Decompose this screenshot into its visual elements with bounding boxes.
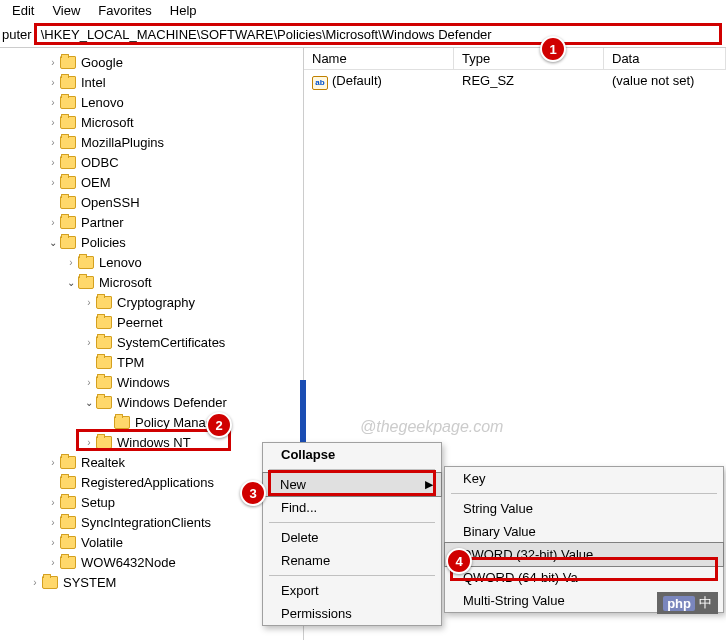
folder-icon (60, 216, 76, 229)
ctx-find[interactable]: Find... (263, 496, 441, 519)
tree-item[interactable]: ⌄Windows Defender (0, 392, 303, 412)
folder-icon (96, 296, 112, 309)
tree-item[interactable]: ›SystemCertificates (0, 332, 303, 352)
watermark: @thegeekpage.com (360, 418, 503, 436)
tree-label: Windows NT (117, 435, 191, 450)
ctx-new-string[interactable]: String Value (445, 497, 723, 520)
tree-item[interactable]: ›Windows NT (0, 432, 303, 452)
chevron-right-icon[interactable]: › (64, 257, 78, 268)
chevron-right-icon[interactable]: › (28, 577, 42, 588)
chevron-down-icon[interactable]: ⌄ (82, 397, 96, 408)
tree-label: RegisteredApplications (81, 475, 214, 490)
registry-tree[interactable]: ›Google›Intel›Lenovo›Microsoft›MozillaPl… (0, 48, 304, 640)
ctx-permissions[interactable]: Permissions (263, 602, 441, 625)
folder-icon (60, 96, 76, 109)
tree-label: TPM (117, 355, 144, 370)
chevron-right-icon[interactable]: › (46, 537, 60, 548)
folder-icon (60, 496, 76, 509)
ctx-new-key[interactable]: Key (445, 467, 723, 490)
ctx-sep (269, 469, 435, 470)
menu-edit[interactable]: Edit (12, 3, 34, 18)
tree-item[interactable]: ›Realtek (0, 452, 303, 472)
tree-label: Windows Defender (117, 395, 227, 410)
tree-item[interactable]: ›Intel (0, 72, 303, 92)
chevron-right-icon[interactable]: › (82, 437, 96, 448)
tree-label: Google (81, 55, 123, 70)
callout-badge-3: 3 (240, 480, 266, 506)
tree-item[interactable]: ›Google (0, 52, 303, 72)
address-input[interactable]: \HKEY_LOCAL_MACHINE\SOFTWARE\Policies\Mi… (34, 23, 722, 45)
chevron-right-icon[interactable]: › (46, 177, 60, 188)
chevron-right-icon[interactable]: › (46, 117, 60, 128)
folder-icon (60, 476, 76, 489)
chevron-right-icon[interactable]: › (46, 97, 60, 108)
tree-item[interactable]: Peernet (0, 312, 303, 332)
tree-item[interactable]: OpenSSH (0, 192, 303, 212)
chevron-right-icon[interactable]: › (82, 377, 96, 388)
tree-item[interactable]: ›SyncIntegrationClients (0, 512, 303, 532)
ctx-rename[interactable]: Rename (263, 549, 441, 572)
tree-item[interactable]: ⌄Microsoft (0, 272, 303, 292)
tree-label: Intel (81, 75, 106, 90)
col-data[interactable]: Data (604, 48, 726, 69)
tree-item[interactable]: ›Volatile (0, 532, 303, 552)
ctx-export[interactable]: Export (263, 579, 441, 602)
tree-item[interactable]: ›Windows (0, 372, 303, 392)
tree-item[interactable]: Policy Manager (0, 412, 303, 432)
folder-icon (60, 456, 76, 469)
menu-favorites[interactable]: Favorites (98, 3, 151, 18)
col-name[interactable]: Name (304, 48, 454, 69)
chevron-down-icon[interactable]: ⌄ (64, 277, 78, 288)
ctx-new-binary[interactable]: Binary Value (445, 520, 723, 543)
tree-label: Lenovo (81, 95, 124, 110)
tree-item[interactable]: ›MozillaPlugins (0, 132, 303, 152)
tree-item[interactable]: TPM (0, 352, 303, 372)
tree-label: MozillaPlugins (81, 135, 164, 150)
chevron-right-icon[interactable]: › (46, 517, 60, 528)
folder-icon (60, 56, 76, 69)
cn-label: 中 (699, 594, 712, 612)
list-header: Name Type Data (304, 48, 726, 70)
chevron-right-icon[interactable]: › (46, 557, 60, 568)
tree-label: Setup (81, 495, 115, 510)
chevron-right-icon[interactable]: › (82, 337, 96, 348)
menu-view[interactable]: View (52, 3, 80, 18)
tree-item[interactable]: ›WOW6432Node (0, 552, 303, 572)
tree-item[interactable]: ›SYSTEM (0, 572, 303, 592)
chevron-right-icon[interactable]: › (46, 457, 60, 468)
tree-item[interactable]: ›ODBC (0, 152, 303, 172)
tree-item[interactable]: ›Lenovo (0, 252, 303, 272)
tree-item[interactable]: ⌄Policies (0, 232, 303, 252)
ctx-new-dword[interactable]: DWORD (32-bit) Value (444, 542, 724, 567)
list-row[interactable]: ab(Default) REG_SZ (value not set) (304, 70, 726, 93)
tree-item[interactable]: ›Microsoft (0, 112, 303, 132)
value-type: REG_SZ (454, 72, 604, 91)
chevron-down-icon[interactable]: ⌄ (46, 237, 60, 248)
chevron-right-icon[interactable]: › (46, 137, 60, 148)
tree-item[interactable]: ›Partner (0, 212, 303, 232)
ctx-delete[interactable]: Delete (263, 526, 441, 549)
folder-icon (60, 516, 76, 529)
chevron-right-icon[interactable]: › (46, 217, 60, 228)
menu-help[interactable]: Help (170, 3, 197, 18)
chevron-right-icon[interactable]: › (46, 497, 60, 508)
address-row: puter \HKEY_LOCAL_MACHINE\SOFTWARE\Polic… (0, 21, 726, 48)
ctx-new[interactable]: New▶ (262, 472, 442, 497)
folder-icon (78, 256, 94, 269)
chevron-right-icon[interactable]: › (46, 57, 60, 68)
ctx-collapse[interactable]: Collapse (263, 443, 441, 466)
tree-item[interactable]: ›Lenovo (0, 92, 303, 112)
tree-label: Microsoft (81, 115, 134, 130)
chevron-right-icon[interactable]: › (46, 77, 60, 88)
chevron-right-icon[interactable]: › (46, 157, 60, 168)
folder-icon (60, 236, 76, 249)
folder-icon (96, 356, 112, 369)
tree-label: SyncIntegrationClients (81, 515, 211, 530)
folder-icon (96, 396, 112, 409)
tree-item[interactable]: ›OEM (0, 172, 303, 192)
ctx-new-qword[interactable]: QWORD (64-bit) Va (445, 566, 723, 589)
callout-badge-4: 4 (446, 548, 472, 574)
tree-item[interactable]: ›Cryptography (0, 292, 303, 312)
col-type[interactable]: Type (454, 48, 604, 69)
chevron-right-icon[interactable]: › (82, 297, 96, 308)
